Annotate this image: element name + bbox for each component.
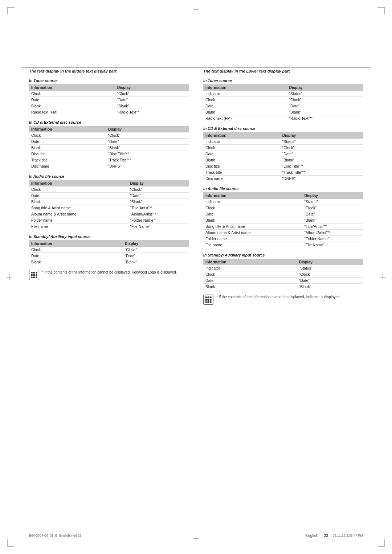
display-cell: “Status” [287, 91, 363, 97]
table-row: Album name & Artist name“Album/Artist”** [29, 211, 189, 217]
left-audio-col1-header: Information [29, 180, 128, 186]
left-cd-title: In CD & External disc source [29, 120, 189, 124]
info-cell: Clock [29, 132, 106, 139]
display-cell: “Track Title”** [280, 169, 363, 176]
footer-file: B64-3304-00_01_E_English.indd 23 [29, 534, 82, 537]
display-cell: “Clock” [123, 247, 189, 253]
info-cell: Disc name [29, 163, 106, 169]
info-cell: Blank [29, 103, 115, 109]
info-cell: Radio text (FM) [29, 109, 115, 115]
right-note-content: * If the contents of the information can… [216, 295, 340, 300]
display-cell: “Date” [280, 151, 363, 157]
display-cell: “Folder Name” [302, 236, 363, 242]
left-section-title: The text display in the Middle text disp… [29, 69, 189, 73]
display-cell: “DNPS” [280, 176, 363, 182]
info-cell: Blank [29, 199, 128, 205]
right-crosshair [380, 274, 385, 280]
info-cell: Date [203, 103, 287, 109]
table-row: Song title & Artist name“Title/Artist”** [203, 223, 363, 230]
display-cell: “Clock” [297, 271, 363, 278]
table-row: Blank“Blank” [29, 259, 189, 265]
footer-language: English | 23 [305, 533, 328, 538]
info-cell: Date [203, 151, 280, 157]
right-tuner-table: Information Display Indicator“Status”Clo… [203, 84, 363, 121]
display-cell: “Blank” [302, 217, 363, 223]
info-cell: Date [203, 278, 297, 284]
display-cell: “Date” [123, 253, 189, 259]
display-cell: “Disc Title”** [280, 163, 363, 169]
info-cell: Radio text (FM) [203, 115, 287, 122]
right-note-area: * If the contents of the information can… [203, 295, 363, 305]
info-cell: Disc name [203, 176, 280, 182]
info-cell: Blank [203, 109, 287, 115]
display-cell: “Folder Name” [128, 217, 189, 223]
table-row: Radio text (FM)“Radio Text”* [29, 109, 189, 115]
table-row: Disc title“Disc Title”** [29, 151, 189, 157]
display-cell: “Status” [297, 265, 363, 271]
table-row: Blank“Blank” [29, 103, 189, 109]
info-cell: Indicator [203, 199, 302, 205]
display-cell: “Status” [302, 199, 363, 205]
display-cell: “Track Title”** [106, 157, 189, 163]
table-row: Indicator“Status” [203, 199, 363, 205]
content-area: The text display in the Middle text disp… [29, 69, 363, 305]
table-row: Folder name“Folder Name” [29, 217, 189, 223]
display-cell: “Clock” [128, 186, 189, 193]
info-cell: Blank [203, 157, 280, 163]
right-cd-col2-header: Display [280, 132, 363, 139]
info-cell: Date [29, 139, 106, 145]
table-row: Track title“Track Title”** [29, 157, 189, 163]
page-number: 23 [324, 533, 328, 538]
info-cell: Song title & Artist name [203, 223, 302, 230]
right-section-title: The text display in the Lower text displ… [203, 69, 363, 73]
display-cell: “Blank” [297, 284, 363, 290]
left-tuner-table: Information Display Clock“Clock”Date“Dat… [29, 84, 189, 115]
info-cell: Date [203, 211, 302, 217]
table-row: Clock“Clock” [203, 97, 363, 103]
info-cell: Clock [29, 186, 128, 193]
footer-date: 05.11.15 2:35:47 PM [332, 534, 363, 537]
display-cell: “Clock” [302, 205, 363, 211]
display-cell: “Blank” [123, 259, 189, 265]
info-cell: Blank [29, 145, 106, 151]
left-note-area: * If the contents of the information can… [29, 270, 189, 280]
right-cd-title: In CD & External disc source [203, 126, 363, 131]
info-cell: Folder name [29, 217, 128, 223]
table-row: Date“Date” [29, 193, 189, 199]
info-cell: Clock [203, 97, 287, 103]
right-tuner-col1-header: Information [203, 84, 287, 91]
info-cell: Date [29, 253, 123, 259]
display-cell: “Blank” [106, 145, 189, 151]
display-cell: “Blank” [115, 103, 189, 109]
left-audio-table: Information Display Clock“Clock”Date“Dat… [29, 180, 189, 229]
display-cell: “Radio Text”* [115, 109, 189, 115]
right-standby-col2-header: Display [297, 259, 363, 265]
left-standby-col2-header: Display [123, 240, 189, 247]
info-cell: Disc title [29, 151, 106, 157]
display-cell: “Disc Title”** [106, 151, 189, 157]
info-cell: Blank [203, 284, 297, 290]
display-cell: “Clock” [280, 145, 363, 151]
info-cell: Clock [203, 145, 280, 151]
display-cell: “Album/Artist”** [128, 211, 189, 217]
info-cell: Clock [29, 91, 115, 97]
left-cd-table: Information Display Clock“Clock”Date“Dat… [29, 126, 189, 169]
table-row: Date“Date” [203, 211, 363, 217]
left-column: The text display in the Middle text disp… [29, 69, 189, 305]
table-row: Folder name“Folder Name” [203, 236, 363, 242]
right-audio-col2-header: Display [302, 192, 363, 199]
right-tuner-title: In Tuner source [203, 78, 363, 83]
top-crosshair [193, 7, 199, 12]
info-cell: Album name & Artist name [203, 230, 302, 236]
table-row: Date“Date” [29, 97, 189, 103]
display-cell: “Date” [297, 278, 363, 284]
info-cell: Date [29, 97, 115, 103]
display-cell: “Blank” [128, 199, 189, 205]
left-standby-title: In Standby/ Auxiliary input source [29, 234, 189, 239]
display-cell: “Clock” [115, 91, 189, 97]
display-cell: “Title/Artist”** [302, 223, 363, 230]
page: The text display in the Middle text disp… [0, 0, 392, 554]
info-cell: Song title & Artist name [29, 205, 128, 211]
left-standby-col1-header: Information [29, 240, 123, 247]
info-cell: Clock [203, 271, 297, 278]
